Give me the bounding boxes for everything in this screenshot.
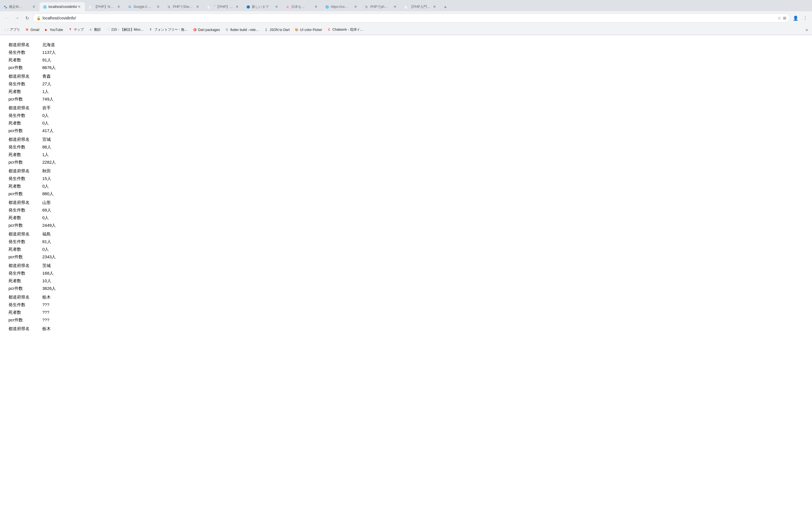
tab-7-close[interactable]: ✕	[274, 4, 279, 9]
extension-icon[interactable]: ⊞	[783, 16, 786, 20]
bookmark-210-label: 210：【解説】Moo…	[111, 27, 144, 32]
account-button[interactable]: 👤	[791, 13, 800, 22]
tab-5[interactable]: 🐘 PHPでShe… ✕	[164, 2, 203, 11]
prefecture-label-1: 都道府県名	[8, 72, 42, 80]
tab-3[interactable]: 📄 【PHP】N… ✕	[85, 2, 124, 11]
tab-bar: 🐾 腕足M… ✕ 🌐 localhost/covidinfo/ ✕ 📄 【PHP…	[0, 0, 812, 11]
address-bar[interactable]: 🔒 localhost/covidinfo/ ☆ ⊞	[33, 13, 790, 22]
bookmarks-more-button[interactable]: »	[804, 26, 810, 34]
covid-data-container: 都道府県名 北海道 発生件数 1137人 死者数 91人 pcr件数 8676人…	[8, 41, 804, 332]
flutter-icon: G	[225, 28, 229, 32]
tab-6-close[interactable]: ✕	[235, 4, 239, 9]
tab-5-close[interactable]: ✕	[195, 4, 200, 9]
deaths-value-8: ???	[42, 308, 49, 316]
forward-button[interactable]: →	[12, 13, 21, 22]
prefecture-row-4: 都道府県名 秋田	[8, 167, 804, 175]
bookmark-chatwork-label: Chatwork - 琉球イ…	[333, 27, 363, 32]
bookmarks-bar: ⋮⋮ アプリ M Gmail ▶ YouTube 📍 マップ A 翻訳 📄 21…	[0, 25, 812, 35]
prefecture-row-5: 都道府県名 山形	[8, 199, 804, 206]
tab-11[interactable]: 📄 【PHP入門… ✕	[401, 2, 440, 11]
bookmark-dart[interactable]: 🎯 Dart packages	[191, 27, 222, 33]
cases-label-3: 発生件数	[8, 143, 42, 151]
cases-label-2: 発生件数	[8, 112, 42, 119]
prefecture-label-last: 都道府県名	[8, 325, 42, 332]
url-text: localhost/covidinfo/	[43, 16, 776, 20]
prefecture-label-5: 都道府県名	[8, 199, 42, 206]
cases-value-4: 15人	[42, 175, 51, 182]
bookmark-apps[interactable]: ⋮⋮ アプリ	[2, 26, 22, 33]
prefecture-block-5: 都道府県名 山形 発生件数 69人 死者数 0人 pcr件数 2449人	[8, 199, 804, 229]
tab-4[interactable]: G Googleス… ✕	[124, 2, 164, 11]
tab-10[interactable]: 🐘 PHPでph… ✕	[361, 2, 401, 11]
bookmark-210[interactable]: 📄 210：【解説】Moo…	[104, 26, 146, 33]
tab-10-close[interactable]: ✕	[393, 4, 397, 9]
pcr-value-3: 2282人	[42, 158, 56, 166]
tab-6-label: 「【PHP】…	[212, 4, 233, 9]
bookmark-flutter[interactable]: G flutter build --rele…	[223, 27, 261, 33]
pcr-label-7: pcr件数	[8, 284, 42, 292]
pcr-value-8: ???	[42, 316, 49, 324]
tab-11-close[interactable]: ✕	[432, 4, 437, 9]
tab-4-close[interactable]: ✕	[156, 4, 160, 9]
apps-icon: ⋮⋮	[4, 28, 8, 32]
cases-value-2: 0人	[42, 112, 49, 119]
prefecture-value-5: 山形	[42, 199, 51, 206]
tab-2-close[interactable]: ✕	[77, 4, 82, 9]
bookmark-dart-label: Dart packages	[198, 28, 220, 32]
tab-1-close[interactable]: ✕	[32, 4, 36, 9]
cases-label-8: 発生件数	[8, 301, 42, 308]
prefecture-label-0: 都道府県名	[8, 41, 42, 48]
new-tab-button[interactable]: +	[441, 3, 449, 11]
deaths-row-0: 死者数 91人	[8, 56, 804, 64]
tab-2[interactable]: 🌐 localhost/covidinfo/ ✕	[40, 2, 85, 11]
deaths-label-5: 死者数	[8, 214, 42, 221]
cases-row-0: 発生件数 1137人	[8, 48, 804, 56]
prefecture-value-8: 栃木	[42, 293, 51, 301]
tab-9-close[interactable]: ✕	[353, 4, 358, 9]
bookmark-translate[interactable]: A 翻訳	[87, 26, 103, 33]
cases-label-0: 発生件数	[8, 48, 42, 56]
bookmark-gmail[interactable]: M Gmail	[23, 27, 42, 33]
tab-5-favicon: 🐘	[167, 5, 171, 9]
back-button[interactable]: ←	[2, 13, 11, 22]
tab-10-label: PHPでph…	[370, 4, 388, 9]
nav-bar: ← → ↻ 🔒 localhost/covidinfo/ ☆ ⊞ 👤 ⋮	[0, 11, 812, 25]
deaths-value-0: 91人	[42, 56, 51, 64]
deaths-row-4: 死者数 0人	[8, 182, 804, 190]
cases-value-3: 88人	[42, 143, 51, 151]
reload-button[interactable]: ↻	[22, 13, 32, 22]
pcr-value-7: 3826人	[42, 284, 56, 292]
tab-3-close[interactable]: ✕	[116, 4, 121, 9]
menu-button[interactable]: ⋮	[801, 13, 810, 22]
prefecture-label-3: 都道府県名	[8, 135, 42, 143]
pcr-label-6: pcr件数	[8, 253, 42, 261]
tab-8-close[interactable]: ✕	[314, 4, 318, 9]
bookmark-ui-color[interactable]: 🎨 UI color Picker	[292, 27, 324, 33]
deaths-row-7: 死者数 10人	[8, 277, 804, 284]
pcr-row-5: pcr件数 2449人	[8, 221, 804, 229]
cases-row-6: 発生件数 81人	[8, 238, 804, 245]
tab-8-favicon: 🌸	[286, 5, 290, 9]
bookmark-chatwork[interactable]: C Chatwork - 琉球イ…	[325, 26, 365, 33]
tab-6[interactable]: 📄 「【PHP】… ✕	[203, 2, 243, 11]
cases-row-3: 発生件数 88人	[8, 143, 804, 151]
prefecture-block-7: 都道府県名 茨城 発生件数 168人 死者数 10人 pcr件数 3826人	[8, 262, 804, 292]
bookmark-star-icon[interactable]: ☆	[777, 15, 781, 21]
bookmark-maps-label: マップ	[73, 27, 84, 32]
tab-2-favicon: 🌐	[43, 5, 47, 9]
prefecture-value-1: 青森	[42, 72, 51, 80]
deaths-label-1: 死者数	[8, 88, 42, 95]
tab-5-label: PHPでShe…	[173, 4, 193, 9]
prefecture-label-7: 都道府県名	[8, 262, 42, 269]
deaths-row-8: 死者数 ???	[8, 308, 804, 316]
bookmark-json-dart[interactable]: {} JSON to Dart	[262, 27, 292, 33]
tab-1[interactable]: 🐾 腕足M… ✕	[0, 2, 40, 11]
tab-8[interactable]: 🌸 日本を… ✕	[282, 2, 322, 11]
tab-7[interactable]: 🔵 新しいタブ ✕	[243, 2, 282, 11]
bookmark-fontfree[interactable]: F フォントフリー - 無…	[147, 26, 190, 33]
bookmark-maps[interactable]: 📍 マップ	[66, 26, 86, 33]
bookmark-youtube[interactable]: ▶ YouTube	[42, 27, 65, 33]
cases-value-8: ???	[42, 301, 49, 308]
tab-9[interactable]: 🌐 https://co… ✕	[322, 2, 361, 11]
pcr-label-5: pcr件数	[8, 221, 42, 229]
